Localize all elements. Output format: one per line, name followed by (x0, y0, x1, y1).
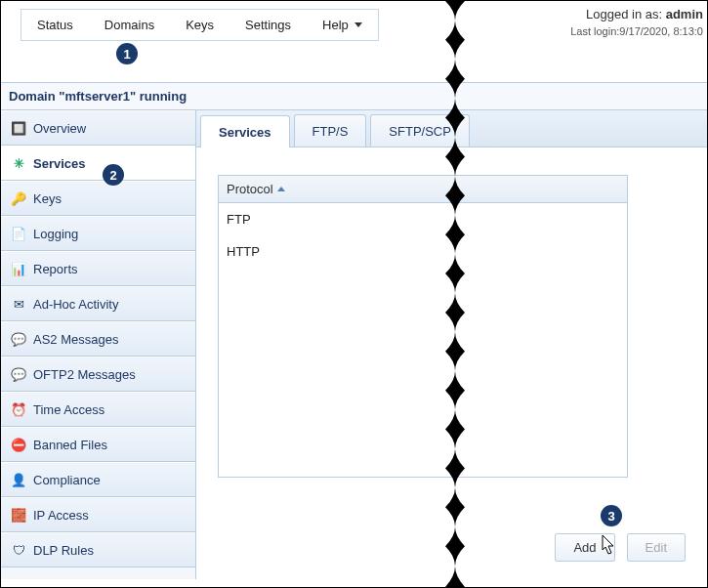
sidebar-item-compliance[interactable]: 👤 Compliance (1, 462, 195, 497)
sidebar-item-label: Logging (33, 227, 78, 241)
col-protocol[interactable]: Protocol (219, 176, 293, 202)
menu-status[interactable]: Status (21, 10, 89, 40)
grid-header: Protocol (219, 176, 627, 203)
login-last-value: 9/17/2020, 8:13:0 (619, 25, 703, 37)
tab-services[interactable]: Services (200, 115, 290, 147)
mail-icon: ✉ (11, 296, 26, 312)
annotation-badge-1: 1 (116, 43, 138, 64)
menu-domains[interactable]: Domains (89, 10, 170, 40)
chat-icon: 💬 (11, 331, 26, 347)
sidebar-item-dlp[interactable]: 🛡 DLP Rules (1, 532, 195, 567)
sidebar-item-services[interactable]: ✳ Services (1, 146, 195, 181)
edit-button: Edit (627, 533, 686, 562)
tab-sftpscp[interactable]: SFTP/SCP (370, 114, 470, 147)
sidebar-item-label: AS2 Messages (33, 332, 118, 347)
chat-icon: 💬 (11, 366, 26, 382)
login-prefix: Logged in as: (586, 7, 666, 21)
sidebar-item-label: Keys (33, 191, 62, 206)
button-bar: Add Edit (555, 533, 686, 562)
sidebar: 🔲 Overview ✳ Services 🔑 Keys 📄 Logging 📊… (1, 110, 196, 579)
tab-bar: Services FTP/S SFTP/SCP (196, 110, 707, 147)
sidebar-item-banned-files[interactable]: ⛔ Banned Files (1, 427, 195, 462)
sidebar-item-label: Time Access (33, 402, 104, 417)
sidebar-item-time-access[interactable]: ⏰ Time Access (1, 392, 195, 427)
sidebar-item-label: Overview (33, 121, 86, 136)
sidebar-item-oftp2[interactable]: 💬 OFTP2 Messages (1, 357, 195, 392)
sidebar-item-reports[interactable]: 📊 Reports (1, 251, 195, 286)
reports-icon: 📊 (11, 261, 26, 276)
banned-icon: ⛔ (11, 437, 26, 452)
domain-header: Domain "mftserver1" running (1, 82, 707, 110)
sidebar-item-label: IP Access (33, 508, 89, 523)
annotation-badge-2: 2 (103, 164, 124, 186)
menu-help[interactable]: Help (307, 10, 378, 40)
menu-help-label: Help (322, 18, 349, 32)
sidebar-item-as2[interactable]: 💬 AS2 Messages (1, 321, 195, 357)
sidebar-item-logging[interactable]: 📄 Logging (1, 216, 195, 251)
sidebar-item-label: OFTP2 Messages (33, 367, 136, 382)
table-row[interactable]: HTTP (219, 235, 627, 268)
login-info: Logged in as: admin Last login:9/17/2020… (570, 7, 703, 40)
clock-icon: ⏰ (11, 401, 26, 417)
menu-keys[interactable]: Keys (170, 10, 229, 40)
login-user: admin (666, 7, 703, 21)
overview-icon: 🔲 (11, 120, 26, 136)
sidebar-item-label: Banned Files (33, 438, 107, 452)
annotation-badge-3: 3 (601, 505, 622, 526)
chevron-down-icon (354, 22, 362, 27)
add-button[interactable]: Add (555, 533, 614, 562)
sidebar-item-label: Services (33, 156, 86, 171)
compliance-icon: 👤 (11, 472, 26, 487)
firewall-icon: 🧱 (11, 507, 26, 523)
sort-asc-icon (277, 187, 285, 191)
shield-icon: 🛡 (11, 542, 26, 558)
top-menu: Status Domains Keys Settings Help (21, 9, 379, 41)
services-icon: ✳ (11, 155, 26, 171)
content: Services FTP/S SFTP/SCP Protocol FTP HTT… (196, 110, 707, 579)
sidebar-item-overview[interactable]: 🔲 Overview (1, 110, 195, 146)
sidebar-item-adhoc[interactable]: ✉ Ad-Hoc Activity (1, 286, 195, 321)
sidebar-item-ip-access[interactable]: 🧱 IP Access (1, 497, 195, 532)
services-grid: Protocol FTP HTTP (218, 175, 628, 478)
logging-icon: 📄 (11, 226, 26, 241)
sidebar-item-label: Reports (33, 262, 78, 276)
sidebar-item-keys[interactable]: 🔑 Keys (1, 181, 195, 216)
col-label: Protocol (227, 182, 273, 196)
menu-settings[interactable]: Settings (229, 10, 307, 40)
sidebar-item-label: DLP Rules (33, 543, 94, 558)
login-last-prefix: Last login: (570, 25, 619, 37)
table-row[interactable]: FTP (219, 203, 627, 235)
sidebar-item-label: Compliance (33, 473, 101, 487)
key-icon: 🔑 (11, 190, 26, 206)
sidebar-item-label: Ad-Hoc Activity (33, 297, 118, 312)
tab-ftps[interactable]: FTP/S (294, 114, 367, 147)
